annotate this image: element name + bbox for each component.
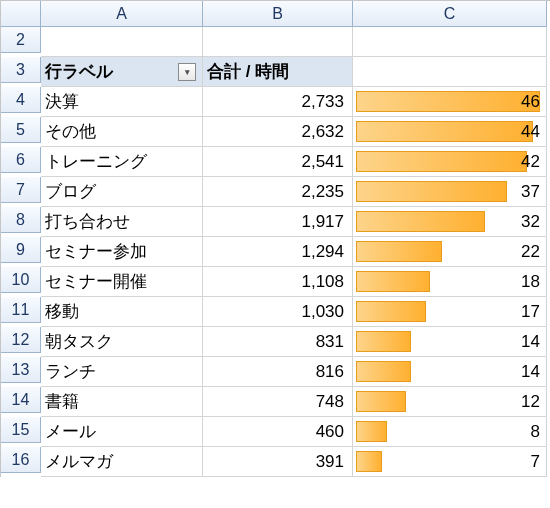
row-header-15[interactable]: 15 — [1, 417, 41, 443]
databar-cell[interactable]: 46 — [353, 87, 547, 117]
databar-value: 14 — [521, 357, 540, 387]
pivot-row-label[interactable]: セミナー開催 — [41, 267, 203, 297]
databar-cell[interactable]: 18 — [353, 267, 547, 297]
cell-C3[interactable] — [353, 57, 547, 87]
databar — [356, 91, 540, 112]
filter-dropdown-button[interactable]: ▾ — [178, 63, 196, 81]
pivot-row-label[interactable]: 朝タスク — [41, 327, 203, 357]
databar-value: 18 — [521, 267, 540, 297]
pivot-value[interactable]: 1,917 — [203, 207, 353, 237]
row-header-3[interactable]: 3 — [1, 57, 41, 83]
databar-value: 7 — [531, 447, 540, 477]
pivot-value-label-header[interactable]: 合計 / 時間 — [203, 57, 353, 87]
databar-value: 17 — [521, 297, 540, 327]
pivot-row-label[interactable]: ランチ — [41, 357, 203, 387]
databar — [356, 391, 406, 412]
row-header-16[interactable]: 16 — [1, 447, 41, 473]
pivot-value[interactable]: 391 — [203, 447, 353, 477]
databar-cell[interactable]: 32 — [353, 207, 547, 237]
select-all-corner[interactable] — [1, 1, 41, 27]
databar-value: 22 — [521, 237, 540, 267]
databar-cell[interactable]: 14 — [353, 357, 547, 387]
databar — [356, 241, 442, 262]
databar-cell[interactable]: 8 — [353, 417, 547, 447]
row-header-9[interactable]: 9 — [1, 237, 41, 263]
databar-cell[interactable]: 14 — [353, 327, 547, 357]
pivot-row-label[interactable]: トレーニング — [41, 147, 203, 177]
pivot-value[interactable]: 2,733 — [203, 87, 353, 117]
pivot-row-label[interactable]: その他 — [41, 117, 203, 147]
pivot-row-label[interactable]: 移動 — [41, 297, 203, 327]
row-header-4[interactable]: 4 — [1, 87, 41, 113]
databar — [356, 181, 507, 202]
pivot-row-label[interactable]: 打ち合わせ — [41, 207, 203, 237]
databar-cell[interactable]: 44 — [353, 117, 547, 147]
pivot-value[interactable]: 748 — [203, 387, 353, 417]
databar — [356, 451, 382, 472]
pivot-value[interactable]: 1,108 — [203, 267, 353, 297]
pivot-value[interactable]: 460 — [203, 417, 353, 447]
pivot-row-label[interactable]: メルマガ — [41, 447, 203, 477]
databar — [356, 271, 430, 292]
row-header-11[interactable]: 11 — [1, 297, 41, 323]
row-header-12[interactable]: 12 — [1, 327, 41, 353]
pivot-value[interactable]: 2,235 — [203, 177, 353, 207]
databar — [356, 421, 387, 442]
databar — [356, 301, 426, 322]
pivot-value[interactable]: 816 — [203, 357, 353, 387]
databar-value: 46 — [521, 87, 540, 117]
databar-cell[interactable]: 42 — [353, 147, 547, 177]
cell-A2[interactable] — [41, 27, 203, 57]
col-header-C[interactable]: C — [353, 1, 547, 27]
pivot-row-label[interactable]: 書籍 — [41, 387, 203, 417]
databar-cell[interactable]: 17 — [353, 297, 547, 327]
pivot-row-label-text: 行ラベル — [45, 57, 113, 87]
databar — [356, 361, 411, 382]
pivot-value[interactable]: 831 — [203, 327, 353, 357]
pivot-value[interactable]: 2,541 — [203, 147, 353, 177]
row-header-13[interactable]: 13 — [1, 357, 41, 383]
pivot-value[interactable]: 1,030 — [203, 297, 353, 327]
databar-value: 44 — [521, 117, 540, 147]
row-header-8[interactable]: 8 — [1, 207, 41, 233]
databar-cell[interactable]: 7 — [353, 447, 547, 477]
databar — [356, 211, 485, 232]
databar — [356, 151, 527, 172]
databar-value: 32 — [521, 207, 540, 237]
pivot-value[interactable]: 2,632 — [203, 117, 353, 147]
pivot-row-label[interactable]: 決算 — [41, 87, 203, 117]
databar-value: 12 — [521, 387, 540, 417]
row-header-10[interactable]: 10 — [1, 267, 41, 293]
cell-C2[interactable] — [353, 27, 547, 57]
row-header-6[interactable]: 6 — [1, 147, 41, 173]
row-header-2[interactable]: 2 — [1, 27, 41, 53]
row-header-14[interactable]: 14 — [1, 387, 41, 413]
pivot-row-label[interactable]: ブログ — [41, 177, 203, 207]
databar-cell[interactable]: 22 — [353, 237, 547, 267]
databar-value: 8 — [531, 417, 540, 447]
col-header-A[interactable]: A — [41, 1, 203, 27]
databar — [356, 121, 533, 142]
pivot-row-label-header[interactable]: 行ラベル▾ — [41, 57, 203, 87]
databar-value: 14 — [521, 327, 540, 357]
row-header-7[interactable]: 7 — [1, 177, 41, 203]
pivot-row-label[interactable]: セミナー参加 — [41, 237, 203, 267]
databar-value: 37 — [521, 177, 540, 207]
col-header-B[interactable]: B — [203, 1, 353, 27]
databar-cell[interactable]: 37 — [353, 177, 547, 207]
pivot-value[interactable]: 1,294 — [203, 237, 353, 267]
cell-B2[interactable] — [203, 27, 353, 57]
databar-cell[interactable]: 12 — [353, 387, 547, 417]
pivot-row-label[interactable]: メール — [41, 417, 203, 447]
databar-value: 42 — [521, 147, 540, 177]
row-header-5[interactable]: 5 — [1, 117, 41, 143]
databar — [356, 331, 411, 352]
